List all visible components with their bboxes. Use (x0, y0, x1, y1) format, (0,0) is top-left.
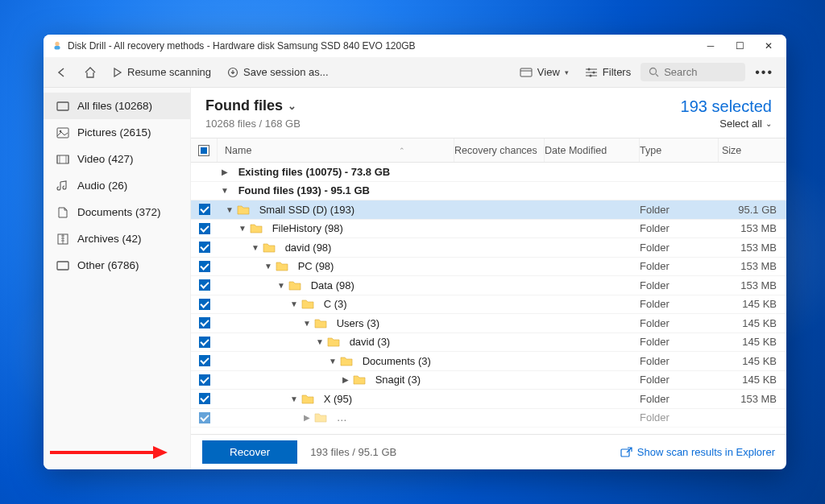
resume-scanning-label: Resume scanning (127, 66, 211, 78)
app-logo-icon (52, 40, 63, 52)
recover-button[interactable]: Recover (202, 440, 297, 464)
expand-icon[interactable]: ▼ (221, 186, 229, 195)
tree-row[interactable]: ▶ Snagit (3)Folder145 KB (191, 371, 786, 390)
sidebar-item-other[interactable]: Other (6786) (44, 252, 190, 279)
row-checkbox[interactable] (191, 393, 218, 404)
svg-point-7 (650, 68, 657, 75)
folder-icon (237, 204, 250, 215)
view-dropdown[interactable]: View ▾ (513, 63, 575, 81)
row-checkbox[interactable] (191, 223, 218, 234)
row-size: 145 KB (719, 374, 786, 386)
tree-row[interactable]: ▼ PC (98)Folder153 MB (191, 258, 786, 277)
column-type[interactable]: Type (640, 138, 719, 162)
expand-icon[interactable]: ▼ (316, 337, 324, 346)
row-checkbox[interactable] (191, 337, 218, 348)
column-size[interactable]: Size (719, 138, 786, 162)
search-box[interactable] (641, 63, 745, 81)
row-name: C (3) (324, 298, 347, 310)
sidebar-item-audio[interactable]: Audio (26) (44, 172, 190, 199)
row-size: 153 MB (719, 279, 786, 291)
chevron-down-icon: ▾ (565, 68, 569, 76)
section-row[interactable]: ▼ Found files (193) - 95.1 GB (191, 182, 786, 201)
row-checkbox[interactable] (191, 204, 218, 215)
titlebar: Disk Drill - All recovery methods - Hard… (44, 35, 786, 57)
row-checkbox[interactable] (191, 299, 218, 310)
minimize-button[interactable]: ─ (696, 35, 725, 57)
svg-point-5 (592, 71, 595, 73)
row-type: Folder (640, 317, 719, 329)
row-type: Folder (640, 222, 719, 234)
save-session-button[interactable]: Save session as... (221, 63, 335, 81)
tree-row[interactable]: ▼ X (95)Folder153 MB (191, 390, 786, 409)
toolbar: Resume scanning Save session as... View … (44, 57, 786, 88)
window-title: Disk Drill - All recovery methods - Hard… (68, 40, 416, 52)
row-size: 153 MB (719, 242, 786, 254)
column-recovery[interactable]: Recovery chances (454, 138, 545, 162)
page-title: Found files ⌄ (205, 97, 301, 114)
tree-row[interactable]: ▼ Data (98)Folder153 MB (191, 276, 786, 295)
tree-row[interactable]: ▼ C (3)Folder145 KB (191, 295, 786, 315)
row-type: Folder (640, 204, 719, 216)
expand-icon[interactable]: ▶ (342, 375, 350, 384)
header-checkbox[interactable] (191, 138, 218, 162)
tree-row[interactable]: ▼ david (3)Folder145 KB (191, 333, 786, 353)
footer-stat: 193 files / 95.1 GB (310, 446, 396, 458)
expand-icon[interactable]: ▼ (290, 395, 298, 403)
sidebar-item-archives[interactable]: Archives (42) (44, 225, 190, 252)
expand-icon[interactable]: ▼ (226, 205, 234, 214)
chevron-down-icon[interactable]: ⌄ (288, 100, 296, 112)
row-size: 153 MB (719, 260, 786, 272)
row-size: 95.1 GB (719, 204, 786, 216)
expand-icon[interactable]: ▼ (251, 243, 259, 252)
tree-row[interactable]: ▼ Small SSD (D) (193)Folder95.1 GB (191, 200, 786, 220)
svg-rect-14 (621, 449, 629, 456)
row-name: Users (3) (337, 317, 379, 329)
expand-icon[interactable]: ▼ (264, 262, 272, 271)
row-type: Folder (640, 298, 719, 310)
resume-scanning-button[interactable]: Resume scanning (106, 63, 218, 81)
tree-row[interactable]: ▼ Documents (3)Folder145 KB (191, 352, 786, 371)
tree-row[interactable]: ▶ …Folder (191, 409, 786, 428)
tree-row[interactable]: ▼ david (98)Folder153 MB (191, 238, 786, 258)
sidebar-item-allfiles[interactable]: All files (10268) (44, 93, 190, 119)
row-checkbox[interactable] (191, 317, 218, 328)
row-checkbox[interactable] (191, 261, 218, 272)
sidebar-item-docs[interactable]: Documents (372) (44, 199, 190, 225)
sidebar-item-video[interactable]: Video (427) (44, 146, 190, 172)
close-button[interactable]: ✕ (754, 35, 783, 57)
folder-icon (263, 242, 276, 253)
row-name: david (98) (285, 242, 332, 254)
back-button[interactable] (50, 64, 74, 81)
row-type: Folder (640, 355, 719, 367)
show-in-explorer-link[interactable]: Show scan results in Explorer (620, 446, 775, 458)
row-checkbox[interactable] (191, 279, 218, 291)
expand-icon[interactable]: ▼ (290, 300, 298, 308)
row-checkbox[interactable] (191, 242, 218, 253)
sidebar-item-pictures[interactable]: Pictures (2615) (44, 119, 190, 146)
filters-button[interactable]: Filters (578, 63, 637, 81)
expand-icon[interactable]: ▼ (329, 357, 337, 366)
expand-icon[interactable]: ▶ (221, 167, 229, 176)
maximize-button[interactable]: ☐ (725, 35, 754, 57)
row-type: Folder (640, 242, 719, 254)
tree-row[interactable]: ▼ FileHistory (98)Folder153 MB (191, 220, 786, 239)
row-checkbox[interactable] (191, 355, 218, 366)
select-all-button[interactable]: Select all ⌄ (681, 118, 772, 130)
section-label: Found files (193) - 95.1 GB (238, 184, 370, 196)
pictures-icon (56, 127, 69, 138)
expand-icon[interactable]: ▼ (303, 319, 311, 328)
tree-row[interactable]: ▼ Users (3)Folder145 KB (191, 314, 786, 333)
search-input[interactable] (664, 66, 728, 78)
expand-icon[interactable]: ▼ (238, 224, 247, 233)
row-checkbox[interactable] (191, 374, 218, 386)
column-date[interactable]: Date Modified (545, 138, 640, 162)
file-grid[interactable]: ▶ Existing files (10075) - 73.8 GB▼ Foun… (191, 163, 786, 434)
svg-point-4 (587, 68, 590, 70)
expand-icon[interactable]: ▼ (277, 281, 285, 290)
row-size: 153 MB (719, 222, 786, 234)
section-row[interactable]: ▶ Existing files (10075) - 73.8 GB (191, 163, 786, 182)
column-name[interactable]: Name⌃ (218, 138, 454, 162)
more-button[interactable]: ••• (748, 65, 780, 80)
home-button[interactable] (77, 64, 103, 81)
docs-icon (56, 207, 69, 218)
